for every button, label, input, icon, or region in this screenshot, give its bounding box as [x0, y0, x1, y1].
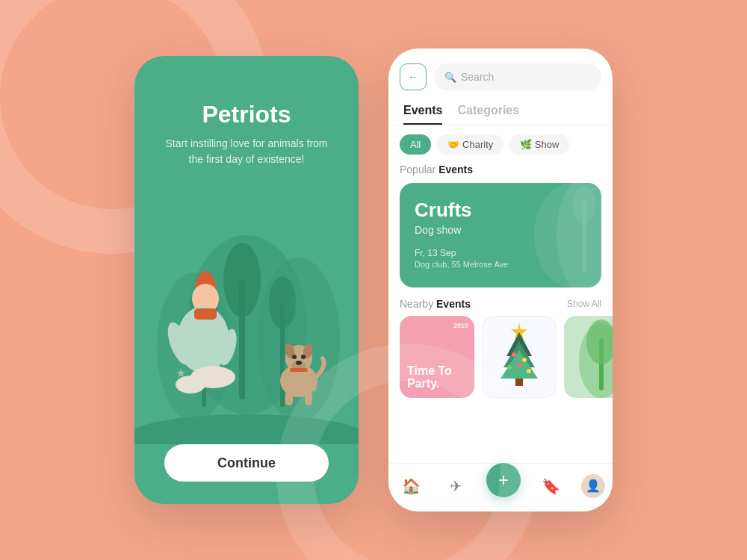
nearby-card-xmas[interactable]	[482, 316, 557, 398]
illustration-area: ★ ★	[134, 167, 359, 444]
filter-charity[interactable]: 🤝 Charity	[437, 134, 503, 155]
woman-illustration	[157, 258, 254, 407]
nav-bookmarks[interactable]: 🔖	[536, 471, 565, 501]
nearby-card-green[interactable]	[564, 316, 613, 398]
svg-point-42	[517, 363, 521, 367]
show-all-button[interactable]: Show All	[567, 299, 601, 309]
app-title: Petriots	[202, 101, 291, 128]
svg-point-41	[522, 358, 527, 362]
nearby-cards-row: 2019 Time ToParty.	[388, 316, 613, 398]
tab-events[interactable]: Events	[403, 104, 442, 125]
nav-home[interactable]: 🏠	[396, 471, 426, 501]
xmas-tree-icon	[493, 319, 545, 395]
party-text: Time ToParty.	[407, 364, 452, 391]
svg-point-40	[512, 352, 516, 357]
featured-event-location: Dog club, 55 Melrose Ave	[415, 260, 586, 269]
search-icon: 🔍	[444, 72, 456, 83]
search-text: Search	[461, 71, 494, 83]
avatar[interactable]: 👤	[581, 474, 605, 498]
year-badge: 2019	[453, 322, 468, 329]
svg-point-20	[176, 376, 205, 393]
svg-point-27	[292, 355, 297, 359]
featured-event-name: Crufts	[415, 199, 586, 221]
tab-categories[interactable]: Categories	[457, 104, 519, 125]
popular-section-bold: Events	[438, 164, 473, 175]
right-phone: ← 🔍 Search Events Categories All 🤝 Chari…	[388, 49, 613, 511]
fab-button[interactable]: +	[486, 463, 521, 497]
svg-rect-33	[583, 198, 586, 273]
svg-point-43	[507, 365, 512, 370]
svg-rect-29	[290, 368, 308, 372]
filter-show[interactable]: 🌿 Show	[509, 134, 569, 155]
svg-rect-30	[285, 392, 293, 405]
featured-event-card[interactable]: Crufts Dog show Fr, 13 Sep Dog club, 55 …	[400, 183, 601, 287]
nearby-section-bold: Events	[436, 298, 471, 310]
search-bar[interactable]: 🔍 Search	[434, 63, 601, 90]
card-decoration	[542, 183, 601, 287]
svg-point-24	[296, 361, 302, 365]
svg-rect-31	[305, 392, 312, 405]
filter-row: All 🤝 Charity 🌿 Show	[388, 125, 613, 164]
filter-all[interactable]: All	[400, 134, 431, 155]
nav-explore[interactable]: ✈	[441, 471, 471, 501]
tabs-row: Events Categories	[388, 98, 613, 125]
featured-event-type: Dog show	[415, 224, 586, 236]
svg-rect-39	[515, 379, 523, 386]
nearby-header: Nearby Events Show All	[388, 287, 613, 316]
nearby-section-title: Nearby Events	[400, 298, 471, 310]
nearby-card-party[interactable]: 2019 Time ToParty.	[400, 316, 474, 398]
back-button[interactable]: ←	[400, 63, 427, 90]
continue-button[interactable]: Continue	[164, 444, 329, 482]
left-phone: Petriots Start instilling love for anima…	[134, 56, 359, 504]
svg-point-0	[134, 414, 359, 444]
phone-header: ← 🔍 Search	[388, 49, 613, 98]
green-card-illustration	[564, 316, 613, 398]
popular-section-title: Popular Events	[388, 164, 613, 183]
dog-illustration	[269, 317, 329, 407]
svg-point-44	[527, 369, 531, 373]
svg-point-32	[557, 183, 601, 287]
svg-point-34	[573, 187, 595, 224]
app-subtitle: Start instilling love for animals from t…	[134, 136, 359, 167]
featured-event-date: Fr, 13 Sep	[415, 248, 586, 258]
bottom-nav: 🏠 ✈ + 🔖 👤	[388, 463, 613, 511]
svg-point-28	[301, 355, 306, 359]
svg-rect-16	[194, 308, 217, 320]
